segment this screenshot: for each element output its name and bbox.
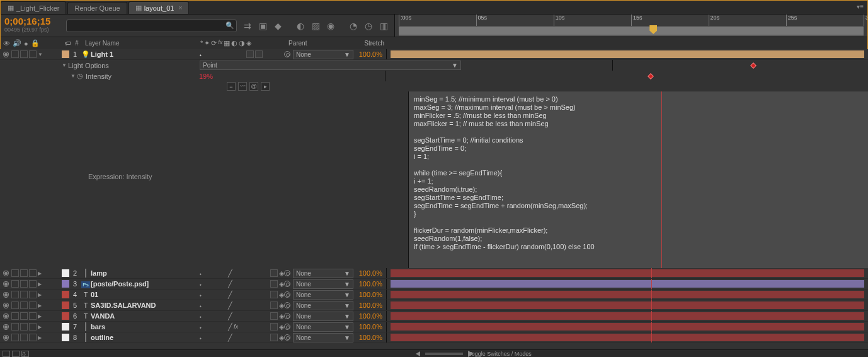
twirl-icon[interactable]: ▶ (38, 335, 43, 341)
expr-graph-icon[interactable]: 〰 (238, 82, 247, 91)
audio-col-icon[interactable]: 🔊 (13, 39, 21, 47)
switch[interactable] (270, 323, 278, 331)
shy-switch[interactable]: ⬩ (198, 301, 203, 309)
zoom-in-icon[interactable] (468, 351, 474, 357)
col-layer-name[interactable]: Layer Name (83, 40, 198, 47)
pickwhip-icon[interactable] (284, 291, 290, 298)
layer-bar[interactable] (391, 50, 864, 58)
layer-name[interactable]: 01 (91, 291, 196, 298)
comp-flow-icon[interactable]: ⇉ (242, 20, 253, 32)
layer-name[interactable]: SA3ID.SALARVAND (91, 301, 196, 309)
panel-menu-icon[interactable]: ▾≡ (857, 3, 864, 10)
layer-name[interactable]: bars (91, 323, 196, 331)
layer-name[interactable]: [poste/Poste.psd] (91, 280, 196, 288)
twirl-icon[interactable]: ▼ (71, 73, 76, 79)
color-label[interactable] (62, 269, 69, 277)
color-label[interactable] (62, 312, 69, 320)
solo-col-icon[interactable]: ● (24, 40, 28, 47)
frameblend-icon[interactable]: ◐ (295, 20, 306, 32)
layer-name[interactable]: lamp (91, 269, 196, 277)
shy-switch[interactable]: ⬩ (198, 323, 203, 331)
switch[interactable] (270, 291, 278, 298)
layer-bar[interactable] (391, 312, 864, 320)
draft3d-icon[interactable]: ▣ (257, 20, 268, 32)
layer-name[interactable]: VANDA (91, 312, 196, 320)
video-toggle[interactable] (2, 323, 10, 331)
quality-switch[interactable]: ╱ (228, 280, 232, 288)
pickwhip-icon[interactable] (284, 334, 290, 341)
audio-toggle[interactable] (11, 50, 19, 58)
video-toggle[interactable] (2, 269, 10, 278)
twirl-icon[interactable]: ▶ (38, 292, 43, 298)
expr-pickwhip-icon[interactable]: @ (249, 82, 258, 91)
parent-dropdown[interactable]: None▼ (293, 312, 353, 321)
twirl-icon[interactable]: ▶ (38, 313, 43, 319)
pickwhip-icon[interactable] (284, 302, 290, 308)
3d-switch[interactable]: ◈ (279, 269, 284, 278)
col-parent[interactable]: Parent (286, 40, 355, 47)
color-label[interactable] (62, 50, 69, 58)
light-options-row[interactable]: ▼ Light Options Point▼ (0, 60, 868, 71)
quality-switch[interactable]: ╱ (228, 301, 232, 310)
layer-row[interactable]: ▶ 8 outline ⬩ ╱ ◈ None▼ 100.0% (0, 332, 868, 343)
video-toggle[interactable] (2, 301, 10, 310)
twirl-icon[interactable]: ▶ (38, 271, 43, 276)
video-toggle[interactable] (2, 50, 10, 59)
shy-switch[interactable]: ⬩ (198, 334, 203, 341)
intensity-value[interactable]: 19% (199, 73, 213, 80)
layer-row[interactable]: ▶ 7 bars ⬩ ╱ fx ◈ None▼ 100.0% (0, 322, 868, 332)
shy-switch[interactable]: ⬩ (198, 291, 203, 298)
shy-switch[interactable]: ⬩ (198, 269, 203, 277)
parent-dropdown[interactable]: None▼ (293, 333, 353, 342)
tab-layout-01[interactable]: ▦layout_01× (128, 1, 190, 14)
shy-switch[interactable]: ⬩ (198, 280, 203, 288)
light-type-dropdown[interactable]: Point▼ (200, 61, 461, 70)
zoom-slider[interactable] (425, 353, 463, 355)
layer-bar[interactable] (391, 334, 864, 341)
color-label[interactable] (62, 323, 69, 331)
video-col-icon[interactable]: 👁 (3, 40, 10, 47)
parent-dropdown[interactable]: None▼ (293, 301, 353, 310)
layer-bar[interactable] (391, 323, 864, 331)
pickwhip-icon[interactable] (284, 51, 290, 57)
shy-switch[interactable]: ⬩ (198, 312, 203, 320)
graph-editor-icon[interactable]: ◔ (348, 20, 359, 32)
twirl-icon[interactable]: ▼ (62, 62, 67, 68)
stopwatch2-icon[interactable]: ◷ (363, 20, 374, 32)
expression-editor[interactable]: minSeg = 1.5; //minimum interval (must b… (408, 91, 868, 268)
switch[interactable] (246, 50, 254, 58)
switch[interactable] (270, 334, 278, 341)
work-area-bar[interactable] (399, 26, 864, 36)
quality-switch[interactable]: ╱ (228, 291, 232, 299)
color-label[interactable] (62, 291, 69, 298)
brain-icon[interactable]: ◉ (325, 20, 336, 32)
toggle-button-1[interactable] (3, 351, 10, 357)
quality-switch[interactable]: ╱ (228, 323, 232, 331)
stretch-value[interactable]: 100.0% (353, 312, 386, 320)
color-label[interactable] (62, 280, 69, 288)
3d-switch[interactable]: ◈ (279, 291, 284, 299)
video-toggle[interactable] (2, 280, 10, 288)
lock-toggle[interactable] (29, 50, 37, 58)
quality-switch[interactable]: ╱ (228, 269, 232, 278)
expr-enable-icon[interactable]: = (227, 82, 236, 91)
close-icon[interactable]: × (178, 4, 182, 11)
lock-col-icon[interactable]: 🔒 (31, 39, 40, 47)
tab-light-flicker[interactable]: ▦_Light_Flicker (1, 1, 66, 14)
switch[interactable] (255, 50, 263, 58)
stretch-value[interactable]: 100.0% (353, 301, 386, 309)
label-col-icon[interactable]: 🏷 (62, 40, 71, 47)
pickwhip-icon[interactable] (284, 313, 290, 319)
pickwhip-icon[interactable] (284, 324, 290, 330)
color-label[interactable] (62, 334, 69, 341)
parent-dropdown[interactable]: None▼ (293, 290, 353, 300)
current-time[interactable]: 0;00;16;15 00495 (29.97 fps) (1, 15, 64, 37)
stretch-value[interactable]: 100.0% (353, 269, 386, 277)
color-label[interactable] (62, 301, 69, 309)
layer-bar[interactable] (391, 280, 864, 288)
switch[interactable]: ⬩ (198, 50, 206, 58)
motionblur-icon[interactable]: ▨ (310, 20, 321, 32)
parent-dropdown[interactable]: None▼ (293, 279, 353, 289)
3d-switch[interactable]: ◈ (279, 301, 284, 310)
3d-switch[interactable]: ◈ (279, 334, 284, 342)
